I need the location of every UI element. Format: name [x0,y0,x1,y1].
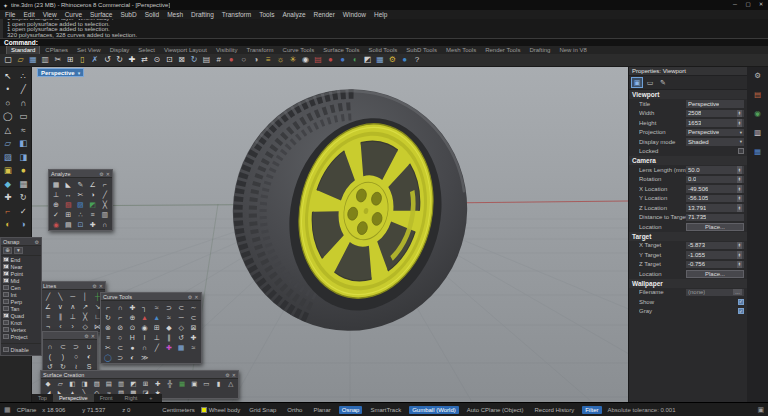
toolbar-tab-surface-tools[interactable]: Surface Tools [319,46,363,54]
panel-layers-icon[interactable]: ▥ [753,128,763,138]
surface-tool-icon[interactable]: ▤ [103,380,115,389]
spinner-icon[interactable]: ▴▾ [737,185,742,193]
polyline-icon[interactable]: ╱ [16,83,31,97]
analyze-tool-icon[interactable]: ∩ [99,219,111,229]
curve-tool-icon[interactable]: ⊠ [187,322,199,332]
curve-tool-icon[interactable]: I [139,332,151,342]
menu-item-help[interactable]: Help [374,11,387,18]
osnap-tan-row[interactable]: Tan [1,305,41,312]
layer-state-icon[interactable]: ≡ [262,54,274,66]
osnap-disable-checkbox[interactable] [3,347,9,353]
toggle-record-history[interactable]: Record History [531,406,577,414]
toggle-ortho[interactable]: Ortho [284,406,305,414]
osnap-knot-checkbox[interactable] [3,320,9,326]
surface-tool-icon[interactable]: ▮ [213,380,225,389]
analyze-tool-icon[interactable]: ▨ [74,199,86,209]
projection-field[interactable]: Perspective▾ [686,129,744,137]
curve-tool-icon[interactable]: ↻ [102,312,114,322]
osnap-mid-checkbox[interactable]: ✓ [3,278,9,284]
osnap-perp-row[interactable]: Perp [1,298,41,305]
display-properties-tab-icon[interactable]: ▭ [645,78,655,87]
chevron-down-icon[interactable]: ▾ [78,70,81,76]
viewport-tab-right[interactable]: Right [118,394,143,402]
analyze-tool-icon[interactable]: ⊕ [50,199,62,209]
analyze-tool-icon[interactable]: ⊞ [62,209,74,219]
toolbar-tab-set-view[interactable]: Set View [73,46,105,54]
surface-tool-icon[interactable]: ▥ [115,380,127,389]
move-icon[interactable]: ✚ [0,191,15,205]
zoom-window-icon[interactable]: ⊡ [163,54,175,66]
curve-tool-icon[interactable]: ⊃ [163,302,175,312]
spinner-icon[interactable]: ▴▾ [737,166,742,174]
analyze-tool-icon[interactable]: ✚ [87,219,99,229]
curve-tool-icon[interactable]: ≈ [163,312,175,322]
osnap-vertex-row[interactable]: Vertex [1,326,41,333]
analyze-tool-icon[interactable]: ▥ [99,209,111,219]
curve-tool-icon[interactable]: ▲ [151,312,163,322]
osnap-points-tab-icon[interactable]: ⊕ [3,247,12,254]
z-target-field[interactable]: -0.756▴▾ [686,261,744,269]
line-tool-icon[interactable]: ↗ [79,301,91,311]
curve-tool-icon[interactable]: ⊥ [151,332,163,342]
select-icon[interactable]: ↖ [0,69,15,83]
cplane-button[interactable]: CPlane [17,407,37,413]
hide-objects-icon[interactable]: ☼ [275,54,287,66]
curve-tool-icon[interactable]: ✂ [102,342,114,352]
curve-tool-icon[interactable]: ┐ [139,302,151,312]
curve-tool-icon[interactable]: ⊗ [102,322,114,332]
command-prompt[interactable]: Command: [0,38,768,46]
analyze-tool-icon[interactable]: ◩ [87,199,99,209]
analyze-tool-icon[interactable]: ◉ [50,219,62,229]
mesh-icon[interactable]: ▦ [16,177,31,191]
surface-tool-icon[interactable]: ▭ [200,380,212,389]
toolbar-tab-transform[interactable]: Transform [242,46,277,54]
analyze-tool-icon[interactable]: ↔ [62,189,74,199]
close-icon[interactable]: ✕ [91,333,95,339]
analyze-tool-icon[interactable]: ╳ [99,199,111,209]
toolbar-tab-drafting[interactable]: Drafting [525,46,554,54]
close-icon[interactable]: ✕ [232,372,236,378]
x-target-field[interactable]: -5.873▴▾ [686,242,744,250]
toggle-filter[interactable]: Filter [582,406,601,414]
curve-tool-icon[interactable]: ∼ [187,302,199,312]
gear-icon[interactable]: ⚙ [84,333,88,339]
osnap-project-row[interactable]: Project [1,333,41,340]
lock-objects-icon[interactable]: ◉ [299,54,311,66]
arc-tool-icon[interactable]: ◐ [83,351,95,361]
surface-icon[interactable]: ▱ [0,137,15,151]
rotate-view-icon[interactable]: ↻ [188,54,200,66]
analyze-tool-icon[interactable]: ▧ [62,199,74,209]
toolbar-tab-viewport-layout[interactable]: Viewport Layout [160,46,211,54]
close-icon[interactable]: ✕ [194,294,198,300]
spinner-icon[interactable]: ▴▾ [737,176,742,184]
gear-icon[interactable]: ⚙ [225,372,229,378]
spinner-icon[interactable]: ▴▾ [737,110,742,118]
new-file-icon[interactable]: ▢ [2,54,14,66]
curve-tool-icon[interactable]: ⊕ [126,312,138,322]
menu-item-view[interactable]: View [43,11,57,18]
toolbar-tab-select[interactable]: Select [134,46,159,54]
surface-tool-icon[interactable]: ╬ [164,380,176,389]
surface-corner-icon[interactable]: ◧ [16,137,31,151]
width-field[interactable]: 2508▴▾ [686,110,744,118]
arc-tool-icon[interactable]: ∩ [44,341,56,351]
render-preview-icon[interactable]: ◐ [349,54,361,66]
osnap-perp-checkbox[interactable] [3,299,9,305]
close-icon[interactable]: ✕ [106,171,110,177]
spinner-icon[interactable]: ▴▾ [737,195,742,203]
curve-tools-panel-titlebar[interactable]: Curve Tools ⚙ ✕ [101,293,201,301]
curve-tool-icon[interactable]: ○ [114,332,126,342]
web-browser-icon[interactable]: ● [399,54,411,66]
dropdown-caret-icon[interactable]: ▾ [740,130,742,135]
status-grid-icon[interactable]: ▦ [4,406,11,414]
status-right-icon[interactable]: ▣ [757,406,764,414]
surface-tool-icon[interactable]: △ [225,380,237,389]
help-icon[interactable]: ? [411,54,423,66]
spinner-icon[interactable]: ▴▾ [737,119,742,127]
analyze-tool-icon[interactable]: ⊡ [74,219,86,229]
curve-tool-icon[interactable]: ▲ [139,312,151,322]
toolbar-tab-solid-tools[interactable]: Solid Tools [364,46,401,54]
toolbar-tab-standard[interactable]: Standard [6,46,40,54]
toolbar-tab-render-tools[interactable]: Render Tools [481,46,524,54]
menu-item-window[interactable]: Window [343,11,366,18]
